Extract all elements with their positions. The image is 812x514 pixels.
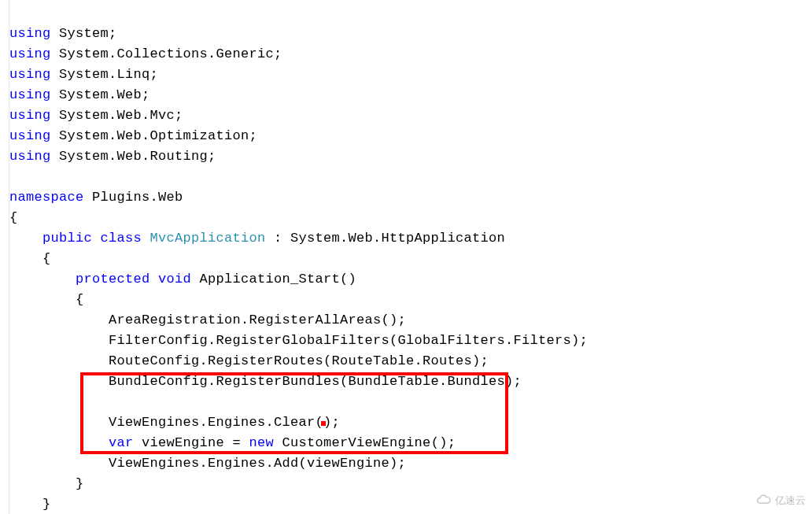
line-using: using System.Web; [9,87,150,102]
fold-gutter[interactable] [0,0,9,514]
line-using: using System.Web.Mvc; [9,108,183,123]
brace: { [9,251,51,266]
line-using: using System.Web.Routing; [9,149,216,164]
line-body: RouteConfig.RegisterRoutes(RouteTable.Ro… [9,353,489,368]
line-using: using System.Web.Optimization; [9,128,257,143]
line-using: using System.Linq; [9,67,158,82]
line-method: protected void Application_Start() [9,272,356,287]
code-editor[interactable]: using System; using System.Collections.G… [0,0,812,514]
line-body: FilterConfig.RegisterGlobalFilters(Globa… [9,333,588,348]
watermark: 亿速云 [756,494,806,508]
brace: { [9,210,18,225]
watermark-text: 亿速云 [775,494,806,508]
line-body: AreaRegistration.RegisterAllAreas(); [9,312,406,327]
line-using: using System.Collections.Generic; [9,46,282,61]
caret-indicator [321,421,326,426]
line-namespace: namespace Plugins.Web [9,190,183,205]
line-hl: ViewEngines.Engines.Clear(); [9,415,340,430]
line-body: BundleConfig.RegisterBundles(BundleTable… [9,374,522,389]
brace: } [9,497,51,512]
line-hl: var viewEngine = new CustomerViewEngine(… [9,435,456,450]
brace: { [9,292,84,307]
line-using: using System; [9,26,117,41]
line-class: public class MvcApplication : System.Web… [9,231,505,246]
line-hl: ViewEngines.Engines.Add(viewEngine); [9,456,406,471]
cloud-icon [756,494,772,508]
code-content[interactable]: using System; using System.Collections.G… [9,0,588,514]
brace: } [9,476,84,491]
